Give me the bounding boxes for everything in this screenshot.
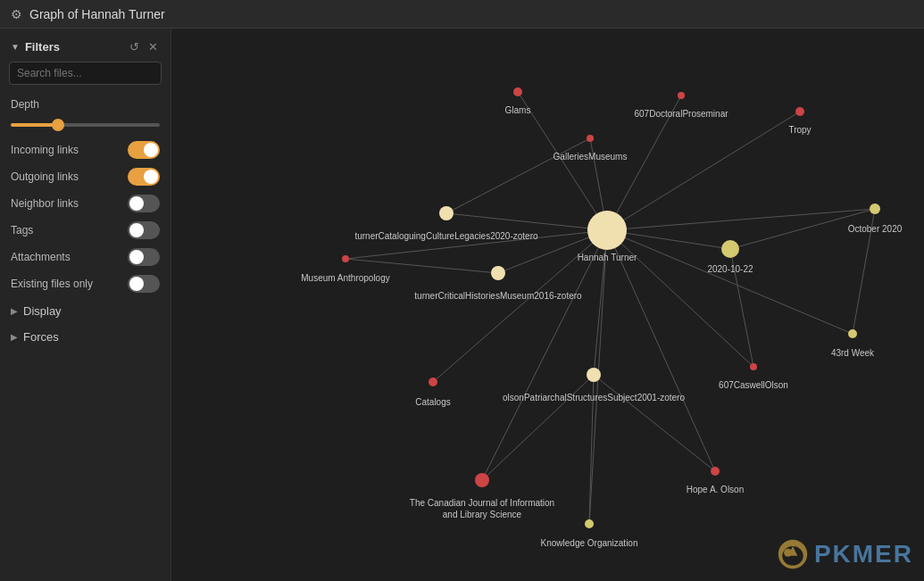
- filter-label-tags: Tags: [11, 224, 33, 237]
- app-icon: ⚙: [11, 7, 22, 21]
- node-hannah-turner[interactable]: Hannah Turner: [578, 211, 637, 262]
- node-label-607doctoral: 607DoctoralProseminar: [634, 109, 728, 119]
- graph-edge: [482, 375, 594, 480]
- filter-chevron-icon: ▼: [11, 42, 20, 52]
- node-tropy[interactable]: Tropy: [788, 107, 811, 135]
- node-galleries-museums[interactable]: GalleriesMuseums: [554, 135, 628, 162]
- filter-row-existing-files-only: Existing files only: [0, 270, 171, 297]
- node-circle-turner-cataloguing: [439, 206, 454, 220]
- node-2020-10-22[interactable]: 2020-10-22: [707, 240, 753, 274]
- node-museum-anthropology[interactable]: Museum Anthropology: [301, 255, 390, 283]
- filter-row-outgoing-links: Outgoing links: [0, 163, 171, 190]
- node-label-galleries-museums: GalleriesMuseums: [554, 152, 628, 162]
- search-input[interactable]: [9, 62, 162, 85]
- node-label-turner-cataloguing: turnerCataloguingCultureLegacies2020-zot…: [354, 231, 538, 241]
- filter-header-icons: ↺ ✕: [128, 39, 160, 54]
- node-hope-olson[interactable]: Hope A. Olson: [687, 467, 744, 494]
- graph-edge: [594, 375, 715, 471]
- node-circle-hope-olson: [711, 467, 720, 476]
- node-circle-galleries-museums: [587, 135, 594, 142]
- filters-label: Filters: [25, 40, 60, 54]
- node-circle-hannah-turner: [587, 211, 627, 250]
- node-label-607caswell: 607CaswellOlson: [719, 380, 788, 390]
- node-glams[interactable]: Glams: [505, 87, 531, 115]
- node-canadian-journal[interactable]: The Canadian Journal of Informationand L…: [410, 473, 554, 519]
- search-wrapper: [0, 62, 171, 94]
- toggle-thumb-incoming-links: [144, 143, 158, 157]
- node-circle-canadian-journal: [475, 473, 489, 487]
- node-circle-607caswell: [750, 363, 757, 370]
- depth-row: Depth: [0, 94, 171, 137]
- filter-row-attachments: Attachments: [0, 244, 171, 270]
- node-label-museum-anthropology: Museum Anthropology: [301, 273, 390, 283]
- node-circle-607doctoral: [678, 92, 685, 99]
- toggle-neighbor-links[interactable]: [128, 195, 160, 212]
- filter-row-incoming-links: Incoming links: [0, 137, 171, 163]
- toggle-existing-files-only[interactable]: [128, 275, 160, 293]
- node-catalogs[interactable]: Catalogs: [415, 378, 450, 407]
- node-circle-olson-patriarchal: [587, 368, 601, 382]
- section-header-forces[interactable]: ▶ Forces: [0, 323, 171, 349]
- node-circle-catalogs: [429, 378, 437, 386]
- filter-label-incoming-links: Incoming links: [11, 144, 79, 156]
- node-circle-turner-critical: [491, 266, 505, 280]
- node-label-october-2020: October 2020: [848, 224, 903, 234]
- sidebar: ▼ Filters ↺ ✕ Depth Incoming links: [0, 29, 171, 581]
- filter-label-outgoing-links: Outgoing links: [11, 170, 79, 183]
- node-607doctoral[interactable]: 607DoctoralProseminar: [634, 92, 728, 119]
- node-knowledge-org[interactable]: Knowledge Organization: [541, 519, 638, 548]
- section-header-display[interactable]: ▶ Display: [0, 297, 171, 323]
- node-circle-october-2020: [870, 203, 880, 214]
- node-circle-43rd-week: [848, 329, 857, 338]
- main-layout: ▼ Filters ↺ ✕ Depth Incoming links: [0, 29, 924, 581]
- node-43rd-week[interactable]: 43rd Week: [831, 329, 875, 358]
- graph-edge: [607, 230, 715, 471]
- graph-edge: [607, 112, 800, 230]
- node-circle-2020-10-22: [721, 240, 739, 258]
- filter-header-left: ▼ Filters: [11, 40, 60, 54]
- node-label-turner-critical: turnerCriticalHistoriesMuseum2016-zotero: [414, 291, 582, 301]
- toggle-thumb-attachments: [129, 250, 144, 264]
- toggle-rows: Incoming links Outgoing links Neighbor l…: [0, 137, 171, 297]
- node-label-tropy: Tropy: [788, 125, 811, 135]
- node-label-canadian-journal: and Library Science: [443, 510, 522, 519]
- filter-label-attachments: Attachments: [11, 251, 71, 263]
- graph-edge: [446, 138, 590, 213]
- toggle-thumb-tags: [129, 223, 144, 237]
- depth-slider[interactable]: [11, 123, 160, 127]
- reset-filters-button[interactable]: ↺: [128, 39, 141, 54]
- section-chevron-forces: ▶: [11, 332, 18, 342]
- toggle-attachments[interactable]: [128, 248, 160, 266]
- toggle-tags[interactable]: [128, 221, 160, 239]
- title-bar: ⚙ Graph of Hannah Turner: [0, 0, 924, 29]
- section-label-display: Display: [23, 304, 62, 318]
- section-headers: ▶ Display ▶ Forces: [0, 297, 171, 349]
- node-label-olson-patriarchal: olsonPatriarchalStructuresSubject2001-zo…: [503, 393, 685, 403]
- node-label-canadian-journal: The Canadian Journal of Information: [410, 498, 554, 508]
- filter-row-neighbor-links: Neighbor links: [0, 190, 171, 217]
- graph-edge: [345, 259, 498, 273]
- node-label-catalogs: Catalogs: [415, 397, 450, 407]
- node-label-hope-olson: Hope A. Olson: [687, 485, 744, 494]
- filter-row-tags: Tags: [0, 217, 171, 244]
- node-607caswell[interactable]: 607CaswellOlson: [719, 363, 788, 390]
- toggle-thumb-neighbor-links: [129, 196, 144, 211]
- node-circle-glams: [513, 87, 522, 96]
- toggle-incoming-links[interactable]: [128, 141, 160, 159]
- page-title: Graph of Hannah Turner: [29, 7, 165, 21]
- watermark-text: PKMER: [814, 540, 913, 569]
- node-turner-critical[interactable]: turnerCriticalHistoriesMuseum2016-zotero: [414, 266, 582, 301]
- toggle-thumb-existing-files-only: [129, 277, 144, 291]
- node-label-43rd-week: 43rd Week: [831, 348, 875, 358]
- toggle-outgoing-links[interactable]: [128, 168, 160, 186]
- graph-svg: Hannah TurnerGlams607DoctoralProseminarT…: [171, 29, 924, 581]
- filter-label-existing-files-only: Existing files only: [11, 278, 93, 290]
- filter-label-neighbor-links: Neighbor links: [11, 197, 79, 210]
- node-circle-knowledge-org: [585, 519, 594, 528]
- node-turner-cataloguing[interactable]: turnerCataloguingCultureLegacies2020-zot…: [354, 206, 538, 241]
- close-filters-button[interactable]: ✕: [146, 39, 160, 54]
- filter-header: ▼ Filters ↺ ✕: [0, 36, 171, 62]
- node-october-2020[interactable]: October 2020: [848, 203, 903, 234]
- pkmer-logo: [777, 538, 809, 570]
- toggle-thumb-outgoing-links: [144, 170, 158, 184]
